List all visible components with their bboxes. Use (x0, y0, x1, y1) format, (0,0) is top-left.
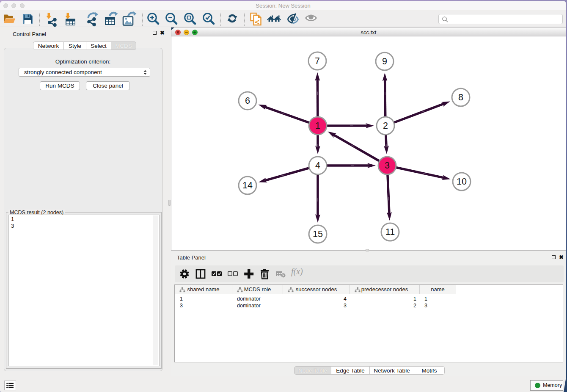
svg-text:7: 7 (315, 56, 320, 66)
svg-text:8: 8 (458, 92, 463, 102)
svg-text:15: 15 (313, 229, 323, 239)
svg-text:2: 2 (383, 121, 388, 131)
svg-text:6: 6 (245, 96, 250, 106)
svg-text:3: 3 (385, 160, 390, 171)
svg-text:10: 10 (457, 177, 467, 187)
svg-text:11: 11 (385, 227, 395, 237)
svg-text:14: 14 (242, 180, 253, 190)
svg-text:4: 4 (315, 160, 320, 171)
svg-text:1: 1 (315, 121, 320, 131)
svg-text:9: 9 (382, 56, 387, 66)
